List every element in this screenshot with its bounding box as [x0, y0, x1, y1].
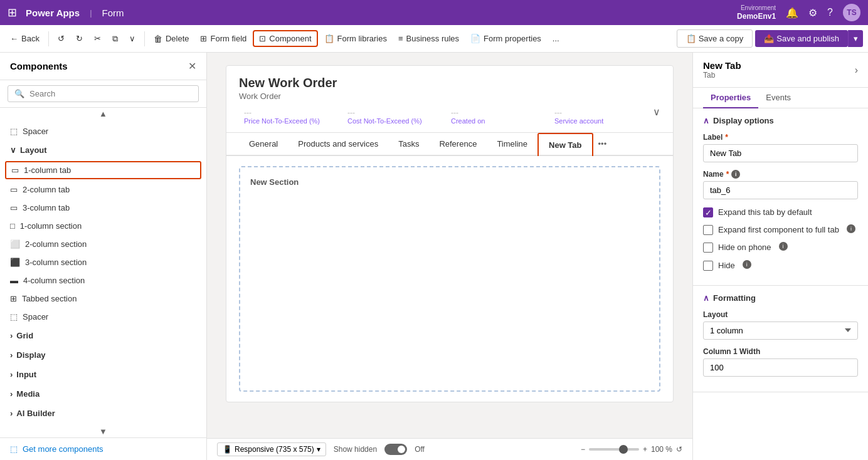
panel-tab-properties[interactable]: Properties: [703, 88, 758, 108]
cut-icon: ✂: [94, 34, 101, 43]
2col-section-icon: ⬜: [10, 239, 20, 249]
sidebar-section-media[interactable]: › Media: [0, 384, 206, 404]
responsive-label: Responsive (735 x 575): [235, 445, 314, 454]
zoom-minus-button[interactable]: −: [581, 445, 585, 454]
label-field-group: Label *: [703, 133, 858, 162]
tab-general[interactable]: General: [239, 133, 288, 156]
sidebar-item-2col-tab[interactable]: ▭ 2-column tab: [0, 180, 206, 199]
sidebar-item-1col-tab[interactable]: ▭ 1-column tab: [5, 161, 201, 179]
tab-products[interactable]: Products and services: [288, 133, 388, 156]
topbar-page-name: Form: [102, 8, 124, 18]
hide-info-icon[interactable]: i: [743, 260, 751, 269]
topbar-separator: |: [90, 8, 92, 18]
get-more-icon: ⬚: [10, 444, 18, 454]
toolbar-ellipsis-button[interactable]: ...: [548, 31, 564, 46]
zoom-slider[interactable]: [589, 448, 639, 451]
display-options-header[interactable]: ∧ Display options: [703, 116, 858, 125]
sidebar-section-grid[interactable]: › Grid: [0, 326, 206, 345]
form-canvas: New Work Order Work Order --- Price Not-…: [226, 65, 674, 402]
business-rules-button[interactable]: ≡ Business rules: [393, 31, 464, 46]
get-more-components-link[interactable]: ⬚ Get more components: [10, 444, 196, 454]
panel-tab-events[interactable]: Events: [758, 88, 798, 108]
save-publish-dropdown[interactable]: ▾: [848, 30, 863, 47]
scroll-up-button[interactable]: ▲: [0, 108, 206, 120]
tab-reference[interactable]: Reference: [429, 133, 487, 156]
delete-button[interactable]: 🗑 Delete: [149, 31, 194, 46]
section-label: New Section: [250, 177, 649, 187]
tab-tasks[interactable]: Tasks: [388, 133, 429, 156]
form-field-button[interactable]: ⊞ Form field: [195, 31, 251, 46]
scroll-down-button[interactable]: ▼: [0, 426, 206, 437]
sidebar-item-label: 2-column section: [25, 239, 87, 249]
expand-full-label: Expand first component to full tab: [718, 224, 839, 236]
sidebar-item-4col-section[interactable]: ▬ 4-column section: [0, 271, 206, 290]
grid-icon[interactable]: ⊞: [8, 6, 17, 19]
layout-select[interactable]: 1 column 2 columns 3 columns: [703, 321, 858, 340]
form-fields-row: --- Price Not-To-Exceed (%) --- Cost Not…: [226, 101, 673, 133]
form-libraries-button[interactable]: 📋 Form libraries: [319, 31, 392, 46]
save-publish-button[interactable]: 📤 Save and publish: [755, 30, 848, 47]
component-button[interactable]: ⊡ Component: [253, 30, 317, 47]
sidebar-item-spacer-bottom[interactable]: ⬚ Spacer: [0, 308, 206, 326]
hide-phone-checkbox[interactable]: [703, 243, 713, 253]
sidebar-close-button[interactable]: ✕: [188, 60, 196, 72]
undo-icon: ↺: [58, 34, 65, 43]
responsive-button[interactable]: 📱 Responsive (735 x 575) ▾: [217, 442, 326, 456]
name-info-icon[interactable]: i: [731, 170, 740, 179]
section-collapse-icon: ∨: [10, 145, 16, 155]
bell-icon[interactable]: 🔔: [786, 7, 798, 19]
panel-chevron-right[interactable]: ›: [855, 65, 858, 76]
back-button[interactable]: ← Back: [5, 31, 45, 46]
form-section[interactable]: New Section: [239, 166, 660, 392]
more-dropdown-button[interactable]: ∨: [124, 31, 140, 46]
form-properties-button[interactable]: 📄 Form properties: [465, 31, 546, 46]
field-placeholder-3: ---: [554, 108, 648, 117]
sidebar-item-2col-section[interactable]: ⬜ 2-column section: [0, 235, 206, 253]
component-icon: ⊡: [259, 34, 266, 43]
refresh-icon[interactable]: ↺: [676, 445, 682, 454]
sidebar-item-3col-section[interactable]: ⬛ 3-column section: [0, 253, 206, 271]
sidebar-section-layout[interactable]: ∨ Layout: [0, 140, 206, 160]
hide-checkbox[interactable]: [703, 261, 713, 271]
display-options-chevron: ∧: [703, 116, 709, 125]
col1-width-input[interactable]: [703, 358, 858, 377]
tab-more-button[interactable]: •••: [593, 133, 612, 155]
zoom-plus-button[interactable]: +: [643, 445, 647, 454]
sidebar-item-1col-section[interactable]: □ 1-column section: [0, 217, 206, 235]
field-placeholder-2: ---: [451, 108, 544, 117]
expand-row-icon[interactable]: ∨: [653, 106, 660, 127]
sidebar-item-3col-tab[interactable]: ▭ 3-column tab: [0, 199, 206, 217]
expand-full-checkbox[interactable]: [703, 225, 713, 235]
tab-new[interactable]: New Tab: [537, 133, 593, 156]
copy-button[interactable]: ⧉: [107, 31, 123, 46]
label-input[interactable]: [703, 144, 858, 162]
help-icon[interactable]: ?: [827, 7, 833, 18]
show-hidden-toggle[interactable]: [384, 444, 407, 455]
name-input[interactable]: [703, 181, 858, 199]
form-field-icon: ⊞: [200, 34, 207, 43]
panel-content: ∧ Display options Label * Name *: [693, 108, 868, 460]
sidebar-section-input[interactable]: › Input: [0, 365, 206, 384]
gear-icon[interactable]: ⚙: [808, 7, 817, 19]
sidebar-item-spacer-top[interactable]: ⬚ Spacer: [0, 122, 206, 140]
tab-timeline[interactable]: Timeline: [487, 133, 537, 156]
section-label: Media: [16, 389, 40, 399]
expand-default-checkbox[interactable]: ✓: [703, 207, 713, 217]
search-input[interactable]: [29, 89, 192, 98]
formatting-header[interactable]: ∧ Formatting: [703, 293, 858, 303]
save-copy-button[interactable]: 📋 Save a copy: [677, 29, 753, 48]
sidebar-item-tabbed-section[interactable]: ⊞ Tabbed section: [0, 290, 206, 308]
redo-button[interactable]: ↻: [71, 31, 88, 46]
save-publish-icon: 📤: [764, 34, 774, 43]
expand-full-info-icon[interactable]: i: [847, 224, 855, 233]
hide-phone-info-icon[interactable]: i: [779, 242, 788, 251]
undo-button[interactable]: ↺: [53, 31, 70, 46]
cut-button[interactable]: ✂: [89, 31, 106, 46]
sidebar-section-ai[interactable]: › AI Builder: [0, 404, 206, 423]
expand-full-checkbox-row: Expand first component to full tab i: [703, 224, 858, 236]
avatar[interactable]: TS: [843, 4, 860, 21]
zoom-value: 100 %: [651, 445, 672, 454]
zoom-thumb[interactable]: [619, 445, 628, 454]
sidebar-section-display[interactable]: › Display: [0, 345, 206, 365]
sidebar-item-label: Tabbed section: [22, 294, 77, 303]
